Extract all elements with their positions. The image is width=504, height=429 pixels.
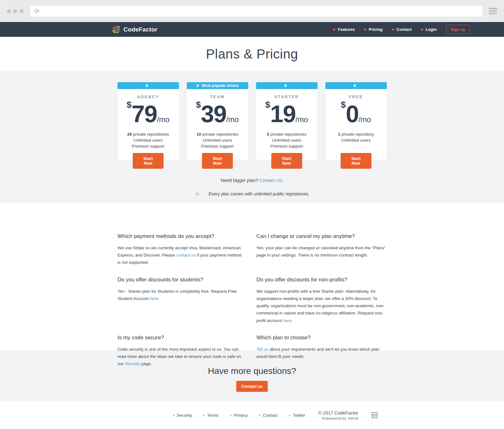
start-now-button[interactable]: Start Now: [202, 153, 233, 169]
pricing-card: ★ Most popular choice TEAM $39/mo 10 pri…: [187, 85, 248, 160]
footer-link[interactable]: Contact: [259, 413, 278, 418]
nav-menu: Features Pricing Contact Login Sign up: [333, 25, 470, 34]
faq-item: Can I change or cancel my plan anytime? …: [256, 233, 387, 259]
url-input[interactable]: [42, 9, 479, 14]
faq-item: Which payment methods do you accept? We …: [117, 233, 243, 266]
faq-answer: We support non-profits with a free Start…: [256, 288, 387, 324]
plan-feature: 5 private repositories: [256, 131, 318, 137]
plan-feature: Premium support: [187, 143, 248, 149]
plan-feature: 20 private repositories: [117, 131, 179, 137]
browser-chrome: ⟳: [0, 0, 504, 22]
footer-link-label: Terms: [207, 413, 219, 418]
answer-text: .: [292, 318, 293, 323]
nav-item[interactable]: Pricing: [364, 27, 382, 32]
plan-features: 20 private repositoriesUnlimited usersPr…: [117, 131, 179, 149]
signup-button[interactable]: Sign up: [446, 25, 470, 34]
nav-item[interactable]: Features: [333, 27, 355, 32]
footer-link[interactable]: Security: [173, 413, 192, 418]
plan-features: 10 private repositoriesUnlimited usersPr…: [187, 131, 248, 149]
inline-link[interactable]: here: [150, 296, 158, 301]
most-popular-banner: ★ Most popular choice: [187, 82, 248, 89]
faq-question: Do you offer discounts for students?: [117, 277, 243, 283]
bullet-icon: [289, 415, 290, 416]
star-icon: ★: [353, 84, 357, 87]
faq-answer: Yes - Starter plan for Students is compl…: [117, 288, 243, 302]
plan-name: TEAM: [187, 94, 248, 99]
nav-bullet-icon: [421, 29, 423, 31]
plans-note-row: + Every plan comes with unlimited public…: [0, 189, 504, 199]
answer-text: Yes, your plan can be changed or cancele…: [256, 246, 386, 257]
most-popular-label: Most popular choice: [202, 83, 239, 88]
price-amount: 39: [201, 100, 226, 127]
plan-feature: Unlimited users: [117, 137, 179, 143]
footer-link[interactable]: Privacy: [230, 413, 248, 418]
most-popular-banner: ★: [325, 82, 387, 89]
reload-icon[interactable]: ⟳: [34, 8, 39, 14]
price-period: /mo: [358, 115, 371, 124]
brand-name: CodeFactor: [123, 26, 158, 33]
star-icon: ★: [196, 84, 199, 87]
footer: Security Terms Privacy Contact Twitter ©…: [0, 401, 504, 429]
codefactor-logo-icon: [112, 26, 121, 33]
nav-item-label: Pricing: [369, 27, 382, 32]
plan-name: STARTER: [256, 94, 318, 99]
star-icon: ★: [145, 84, 149, 87]
hamburger-menu-icon[interactable]: [489, 8, 497, 14]
pricing-cards: ★ AGENCY $79/mo 20 private repositoriesU…: [0, 85, 504, 160]
inline-link[interactable]: Security: [125, 361, 140, 366]
start-now-button[interactable]: Start Now: [271, 153, 302, 169]
plan-feature: Unlimited users: [325, 137, 387, 143]
price-currency: $: [127, 100, 132, 110]
plan-price: $79/mo: [117, 100, 179, 127]
pricing-card: ★ FREE $0/mo 1 private repositoryUnlimit…: [325, 85, 387, 160]
answer-text: about your requirements and we'll let yo…: [256, 347, 380, 359]
answer-text: We support non-profits with a free Start…: [256, 289, 384, 323]
footer-link-label: Security: [177, 413, 192, 418]
plus-icon: +: [194, 189, 200, 199]
copyright-text: © 2017 CodeFactor: [318, 410, 358, 415]
plan-features: 1 private repositoryUnlimited users: [325, 131, 387, 143]
inline-link[interactable]: Tell us: [256, 347, 268, 352]
pricing-card: ★ AGENCY $79/mo 20 private repositoriesU…: [117, 85, 179, 160]
footer-link[interactable]: Terms: [203, 413, 219, 418]
bullet-icon: [230, 415, 231, 416]
contact-us-link[interactable]: Contact Us: [259, 178, 282, 183]
bullet-icon: [173, 415, 174, 416]
plan-price: $19/mo: [256, 100, 318, 127]
window-dot: [7, 9, 11, 13]
answer-text: Yes - Starter plan for Students is compl…: [117, 289, 237, 301]
plans-note: Every plan comes with unlimited public r…: [209, 191, 310, 196]
plan-feature: Unlimited users: [256, 137, 318, 143]
price-amount: 19: [270, 100, 296, 127]
footer-link-label: Contact: [263, 413, 278, 418]
inline-link[interactable]: here: [283, 318, 292, 323]
nav-item[interactable]: Login: [421, 27, 437, 32]
faq-answer: We use Stripe so we currently accept Vis…: [117, 244, 243, 266]
page-title: Plans & Pricing: [206, 47, 298, 62]
faq-answer: Tell us about your requirements and we'l…: [256, 346, 387, 360]
faq-question: Can I change or cancel my plan anytime?: [256, 233, 387, 240]
star-icon: ★: [284, 84, 287, 87]
start-now-button[interactable]: Start Now: [133, 153, 163, 169]
nav-bullet-icon: [392, 29, 394, 31]
footer-link-label: Privacy: [234, 413, 248, 418]
contact-us-button[interactable]: Contact us: [236, 381, 267, 392]
brand[interactable]: CodeFactor: [112, 26, 158, 33]
faq-item: Which plan to choose? Tell us about your…: [256, 335, 387, 360]
footer-link-label: Twitter: [293, 413, 305, 418]
cta-section: Have more questions? Contact us: [0, 350, 504, 401]
plan-feature: Premium support: [256, 143, 318, 149]
nav-item[interactable]: Contact: [392, 27, 412, 32]
url-bar[interactable]: ⟳: [31, 6, 483, 17]
inline-link[interactable]: contact us: [176, 253, 196, 257]
faq-item: Do you offer discounts for students? Yes…: [117, 277, 243, 302]
price-period: /mo: [226, 115, 239, 124]
plan-name: FREE: [325, 94, 387, 99]
menu-bar: [489, 10, 497, 12]
footer-link[interactable]: Twitter: [289, 413, 305, 418]
start-now-button[interactable]: Start Now: [341, 153, 371, 169]
price-amount: 79: [132, 100, 157, 127]
nav-item-label: Login: [426, 27, 437, 32]
faq-question: Which payment methods do you accept?: [117, 233, 243, 240]
pricing-card: ★ STARTER $19/mo 5 private repositoriesU…: [256, 85, 318, 160]
